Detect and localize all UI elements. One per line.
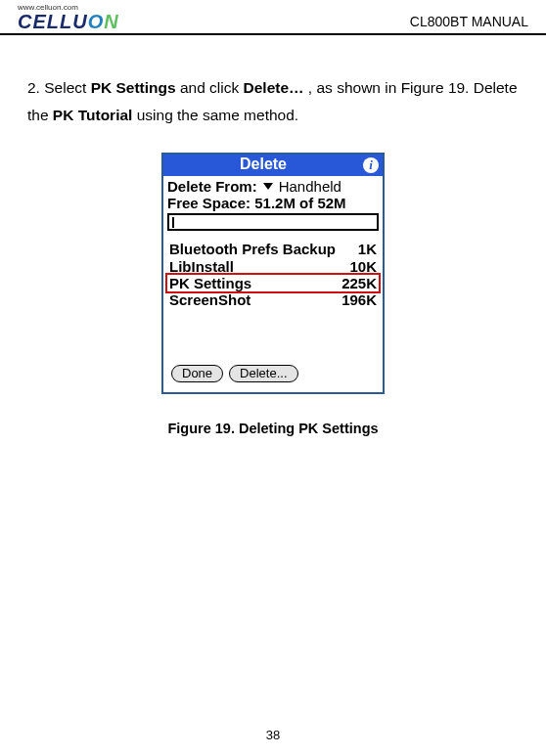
palm-title-bar: Delete i: [163, 155, 383, 176]
file-name: PK Settings: [169, 275, 251, 291]
text-fragment: using the same method.: [132, 107, 298, 123]
file-name: LibInstall: [169, 258, 234, 275]
brand-o2: N: [104, 11, 118, 32]
free-space-row: Free Space: 51.2M of 52M: [167, 195, 379, 211]
filter-input[interactable]: [167, 213, 379, 231]
bold-delete: Delete…: [244, 79, 304, 96]
figure-caption: Figure 19. Deleting PK Settings: [27, 416, 519, 441]
text-fragment: and click: [176, 79, 244, 96]
list-spacer: [167, 308, 379, 361]
file-size: 1K: [358, 241, 377, 257]
manual-title: CL800BT MANUAL: [410, 14, 528, 31]
list-item-selected[interactable]: PK Settings 225K: [165, 273, 381, 293]
palm-body: Delete From: Handheld Free Space: 51.2M …: [163, 176, 383, 393]
dropdown-arrow-icon: [263, 183, 273, 190]
bold-pk-tutorial: PK Tutorial: [53, 107, 133, 123]
file-size: 196K: [341, 291, 377, 308]
file-list: Bluetooth Prefs Backup 1K LibInstall 10K…: [167, 241, 379, 361]
delete-from-row[interactable]: Delete From: Handheld: [167, 178, 379, 195]
bold-pk-settings: PK Settings: [91, 79, 176, 96]
page-number: 38: [0, 728, 546, 742]
done-button[interactable]: Done: [171, 365, 223, 382]
page-content: 2. Select PK Settings and click Delete… …: [0, 35, 546, 441]
text-fragment: 2. Select: [27, 79, 91, 96]
info-icon[interactable]: i: [363, 157, 379, 173]
instruction-text: 2. Select PK Settings and click Delete… …: [27, 74, 519, 129]
file-size: 10K: [349, 258, 377, 275]
list-item[interactable]: ScreenShot 196K: [167, 291, 379, 308]
list-item[interactable]: Bluetooth Prefs Backup 1K: [167, 241, 379, 257]
file-name: ScreenShot: [169, 291, 250, 308]
delete-from-label: Delete From:: [167, 178, 257, 195]
file-size: 225K: [341, 275, 377, 291]
file-name: Bluetooth Prefs Backup: [169, 241, 336, 257]
delete-button[interactable]: Delete...: [229, 365, 297, 382]
delete-from-value: Handheld: [279, 178, 341, 195]
brand-logo: www.celluon.com CELLUON: [18, 4, 119, 31]
logo-brand: CELLUON: [18, 12, 119, 31]
palm-button-row: Done Delete...: [167, 361, 379, 386]
free-space-text: Free Space: 51.2M of 52M: [167, 195, 346, 211]
palm-title-text: Delete: [163, 151, 363, 179]
screenshot-container: Delete i Delete From: Handheld Free Spac…: [27, 153, 519, 395]
brand-text: CELLU: [18, 11, 88, 32]
brand-o1: O: [88, 11, 105, 32]
palm-delete-screen: Delete i Delete From: Handheld Free Spac…: [161, 153, 385, 395]
page-header: www.celluon.com CELLUON CL800BT MANUAL: [0, 0, 546, 35]
